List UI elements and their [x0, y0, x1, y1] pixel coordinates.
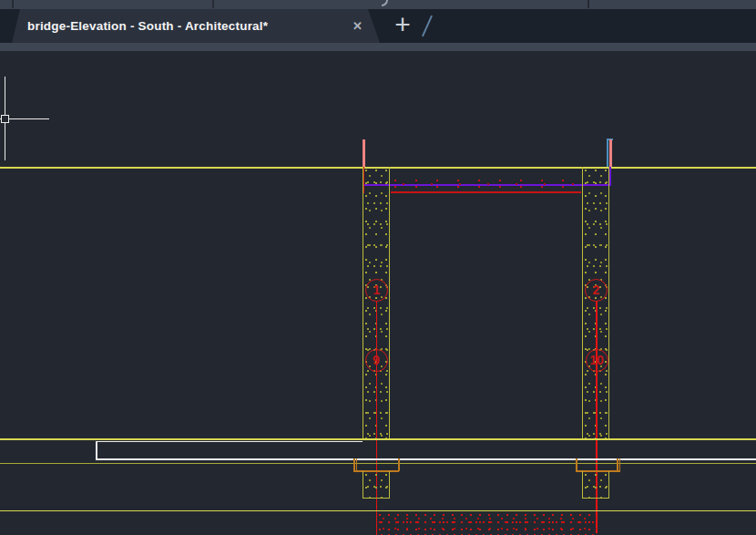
left-pink-stub-line	[363, 139, 365, 167]
file-tab-active[interactable]: bridge-Elevation - South - Architectural…	[12, 9, 380, 43]
file-tab-bar: bridge-Elevation - South - Architectural…	[0, 9, 756, 43]
left-footing-bracket	[398, 458, 400, 471]
grid-bubble-label: 1	[373, 283, 381, 297]
right-blue-stub-line	[607, 139, 608, 167]
beam-top-white-line	[96, 441, 363, 443]
right-footing-bracket	[617, 458, 618, 471]
toolbar-glyph-fragment	[382, 0, 388, 6]
toolbar-separator	[12, 0, 14, 8]
girder-purple-right-drop	[609, 167, 611, 186]
grid-bubble-label: 10	[589, 353, 604, 367]
grid-bubble-label: 9	[373, 353, 380, 367]
crosshair-pickbox	[1, 115, 9, 123]
grid-bubble-label: 2	[593, 283, 600, 297]
grid-bubble-9: 9	[365, 349, 388, 372]
beam-lower-yellow-line	[0, 463, 756, 464]
new-tab-button[interactable]: +	[388, 9, 417, 43]
lower-grade-line	[0, 510, 756, 512]
tab-edge-divider	[422, 15, 433, 37]
drawing-canvas[interactable]: 1 2 9 10	[0, 51, 756, 535]
right-pink-stub-line	[609, 139, 612, 167]
left-pedestal	[363, 471, 390, 499]
tab-bar-bottom-strip	[0, 43, 756, 51]
application-window: bridge-Elevation - South - Architectural…	[0, 0, 756, 535]
toolbar-separator	[587, 0, 589, 8]
grid-bubble-1: 1	[365, 279, 388, 302]
soffit-red-line	[391, 191, 581, 193]
beam-left-white-edge	[96, 441, 97, 459]
right-footing-bracket	[619, 458, 620, 471]
soffit-dot-hatch	[392, 177, 581, 191]
left-footing-bracket	[353, 458, 355, 471]
beam-bottom-white-line	[96, 458, 756, 460]
bottom-red-hatch	[377, 512, 597, 535]
close-tab-icon[interactable]: ✕	[352, 9, 363, 43]
top-toolbar-strip	[0, 0, 756, 9]
left-footing-bracket	[356, 458, 357, 471]
right-footing-bracket	[576, 458, 577, 471]
file-tab-title: bridge-Elevation - South - Architectural…	[12, 19, 268, 33]
left-pier-centerline	[376, 301, 378, 535]
grid-bubble-2: 2	[585, 279, 608, 302]
grid-bubble-10: 10	[586, 349, 608, 372]
grade-line	[0, 438, 756, 440]
toolbar-separator	[212, 0, 214, 8]
right-pedestal	[582, 471, 609, 499]
